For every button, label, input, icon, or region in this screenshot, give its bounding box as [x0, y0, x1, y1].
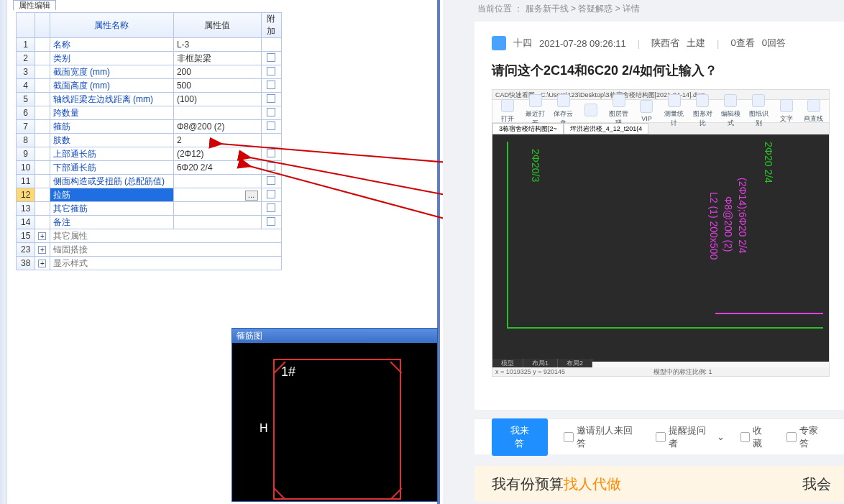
property-row[interactable]: 10下部通长筋6Φ20 2/4 — [17, 161, 282, 175]
expand-cell[interactable]: + — [35, 229, 50, 243]
checkbox-icon[interactable] — [267, 53, 275, 62]
property-row[interactable]: 1名称L-3 — [17, 38, 282, 52]
property-name[interactable]: 显示样式 — [50, 257, 281, 270]
extra-checkbox-cell[interactable] — [261, 52, 281, 65]
property-row[interactable]: 3截面宽度 (mm)200 — [17, 65, 282, 79]
cad-tool-mark-icon[interactable] — [580, 104, 602, 119]
property-value[interactable]: … — [173, 188, 261, 202]
property-row[interactable]: 23+锚固搭接 — [17, 243, 282, 257]
property-value[interactable]: 200 — [173, 65, 261, 79]
cad-file-tab[interactable]: 坪洪岩洪楼_4_12_t201(4 — [564, 123, 649, 134]
property-row[interactable]: 6跨数量 — [17, 106, 282, 120]
extra-checkbox-cell[interactable] — [261, 106, 281, 120]
extra-checkbox-cell[interactable] — [261, 79, 281, 93]
property-name[interactable]: 下部通长筋 — [50, 161, 173, 175]
extra-checkbox-cell[interactable] — [261, 120, 281, 134]
property-value[interactable] — [173, 216, 261, 229]
promo-banner[interactable]: 我有份预算找人代做 — [474, 466, 844, 502]
cad-tool-edit-icon[interactable]: 编辑模式 — [720, 94, 742, 128]
ellipsis-button[interactable]: … — [245, 191, 258, 201]
property-row[interactable]: 12拉筋… — [17, 188, 282, 202]
property-name[interactable]: 截面宽度 (mm) — [50, 65, 173, 79]
checkbox-icon[interactable] — [267, 203, 275, 212]
cad-tool-measure-icon[interactable]: 测量统计 — [663, 94, 685, 128]
property-name[interactable]: 其它箍筋 — [50, 202, 173, 216]
property-value[interactable]: 2 — [173, 134, 261, 147]
property-value[interactable]: 500 — [173, 79, 261, 93]
property-name[interactable]: 锚固搭接 — [50, 243, 281, 257]
property-row[interactable]: 38+显示样式 — [17, 257, 282, 270]
extra-checkbox-cell[interactable] — [261, 134, 281, 147]
checkbox-icon[interactable] — [267, 94, 275, 103]
extra-checkbox-cell[interactable] — [261, 175, 281, 188]
plus-icon[interactable]: + — [38, 246, 46, 254]
property-row[interactable]: 11侧面构造或受扭筋 (总配筋值) — [17, 175, 282, 188]
cad-tool-ocr-icon[interactable]: 图纸识别 — [748, 94, 770, 128]
property-name[interactable]: 箍筋 — [50, 120, 173, 134]
property-name[interactable]: 类别 — [50, 52, 173, 65]
cad-tool-line-icon[interactable]: 画直线 — [803, 99, 825, 124]
answer-button[interactable]: 我来答 — [492, 418, 548, 456]
avatar[interactable] — [492, 36, 506, 50]
property-row[interactable]: 5轴线距梁左边线距离 (mm)(100) — [17, 93, 282, 106]
checkbox-icon[interactable] — [267, 149, 275, 157]
property-row[interactable]: 9上部通长筋(2Φ12) — [17, 147, 282, 161]
author-name[interactable]: 十四 — [513, 37, 532, 50]
property-row[interactable]: 13其它箍筋 — [17, 202, 282, 216]
property-value[interactable]: (2Φ12) — [173, 147, 261, 161]
property-row[interactable]: 14备注 — [17, 216, 282, 229]
property-name[interactable]: 上部通长筋 — [50, 147, 173, 161]
remind-action[interactable]: 提醒提问者 ⌄ — [656, 424, 724, 450]
property-row[interactable]: 4截面高度 (mm)500 — [17, 79, 282, 93]
plus-icon[interactable]: + — [38, 260, 46, 267]
property-value[interactable]: 非框架梁 — [173, 52, 261, 65]
extra-checkbox-cell[interactable] — [261, 188, 281, 202]
property-value[interactable]: L-3 — [173, 38, 261, 52]
expand-cell[interactable]: + — [35, 257, 50, 270]
expand-cell[interactable]: + — [35, 243, 50, 257]
extra-checkbox-cell[interactable] — [261, 38, 281, 52]
checkbox-icon[interactable] — [267, 176, 275, 185]
bc-link-2[interactable]: 答疑解惑 — [578, 4, 613, 14]
expert-action[interactable]: 专家答 — [786, 424, 827, 450]
properties-tab[interactable]: 属性编辑 — [13, 0, 56, 10]
property-value[interactable]: (100) — [173, 93, 261, 106]
property-name[interactable]: 名称 — [50, 38, 173, 52]
extra-checkbox-cell[interactable] — [261, 216, 281, 229]
promo-banner-2[interactable]: 我会 — [795, 467, 838, 501]
property-row[interactable]: 8肢数2 — [17, 134, 282, 147]
checkbox-icon[interactable] — [267, 108, 275, 116]
property-name[interactable]: 其它属性 — [50, 229, 281, 243]
property-name[interactable]: 轴线距梁左边线距离 (mm) — [50, 93, 173, 106]
property-row[interactable]: 7箍筋Φ8@200 (2) — [17, 120, 282, 134]
property-name[interactable]: 跨数量 — [50, 106, 173, 120]
checkbox-icon[interactable] — [267, 162, 275, 171]
bc-link-1[interactable]: 服务新干线 — [526, 4, 569, 14]
property-value[interactable] — [173, 202, 261, 216]
extra-checkbox-cell[interactable] — [261, 65, 281, 79]
extra-checkbox-cell[interactable] — [261, 93, 281, 106]
property-name[interactable]: 备注 — [50, 216, 173, 229]
favorite-action[interactable]: 收藏 — [740, 424, 771, 450]
invite-action[interactable]: 邀请别人来回答 — [564, 424, 640, 450]
property-value[interactable]: 6Φ20 2/4 — [173, 161, 261, 175]
checkbox-icon[interactable] — [267, 81, 275, 89]
property-value[interactable] — [173, 175, 261, 188]
checkbox-icon[interactable] — [267, 217, 275, 226]
cad-tool-vip-icon[interactable]: VIP — [636, 100, 657, 122]
checkbox-icon[interactable] — [267, 122, 275, 130]
property-name[interactable]: 拉筋 — [50, 188, 173, 202]
extra-checkbox-cell[interactable] — [261, 161, 281, 175]
property-name[interactable]: 截面高度 (mm) — [50, 79, 173, 93]
plus-icon[interactable]: + — [38, 232, 46, 240]
property-value[interactable]: Φ8@200 (2) — [173, 120, 261, 134]
property-name[interactable]: 侧面构造或受扭筋 (总配筋值) — [50, 175, 173, 188]
cad-tool-text-icon[interactable]: 文字 — [776, 99, 797, 124]
extra-checkbox-cell[interactable] — [261, 147, 281, 161]
cad-tool-open-icon[interactable]: 打开 — [497, 99, 518, 124]
cad-tool-compare-icon[interactable]: 图形对比 — [692, 94, 714, 128]
property-row[interactable]: 2类别非框架梁 — [17, 52, 282, 65]
cad-file-tab[interactable]: 3栋宿舍楼结构图[2~ — [492, 123, 564, 134]
property-row[interactable]: 15+其它属性 — [17, 229, 282, 243]
checkbox-icon[interactable] — [267, 190, 275, 198]
